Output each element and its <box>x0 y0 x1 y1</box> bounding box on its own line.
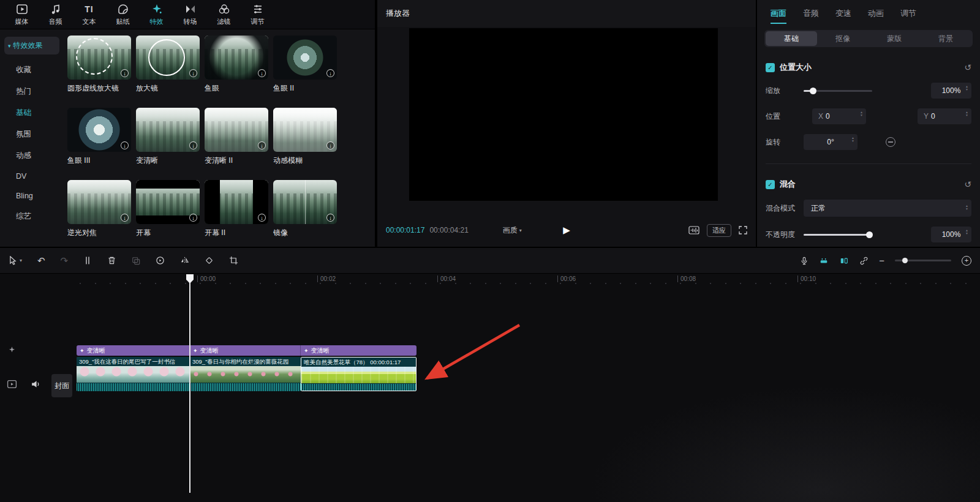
position-x-field[interactable]: X 0 ▲▼ <box>812 108 866 124</box>
video-clip[interactable]: 309_“春日与你相约在烂漫的蔷薇花园 <box>190 357 301 391</box>
auto-snap-icon[interactable] <box>839 257 849 265</box>
mirror-icon[interactable] <box>180 256 189 265</box>
effect-card[interactable]: ↓ 变清晰 II <box>205 108 268 180</box>
category-dv[interactable]: DV <box>0 167 64 186</box>
toolbar-media[interactable]: 媒体 <box>5 3 39 26</box>
effect-card[interactable]: ↓ 鱼眼 II <box>273 36 337 108</box>
effect-clip[interactable]: ✦ 变清晰 <box>190 345 301 356</box>
download-icon[interactable]: ↓ <box>326 214 334 222</box>
delete-icon[interactable] <box>107 256 116 265</box>
effect-card[interactable]: ↓ 变清晰 <box>136 108 200 180</box>
stepper-arrows[interactable]: ▲▼ <box>965 229 968 234</box>
position-size-checkbox[interactable]: ✓ <box>766 63 775 72</box>
reset-icon[interactable]: ↺ <box>964 179 971 189</box>
tab-animation[interactable]: 动画 <box>868 8 884 24</box>
effect-thumbnail[interactable]: ↓ <box>205 180 268 224</box>
zoom-in-icon[interactable]: + <box>962 256 971 266</box>
effect-clip[interactable]: ✦ 变清晰 <box>77 345 190 356</box>
tab-speed[interactable]: 变速 <box>835 8 851 24</box>
linkage-icon[interactable] <box>859 257 869 265</box>
category-hot[interactable]: 热门 <box>0 81 64 102</box>
main-track-magnet-icon[interactable] <box>819 257 829 265</box>
track-mute-icon[interactable] <box>31 379 41 389</box>
video-clip[interactable]: 309_“我在这春日的尾巴写了一封书信 <box>77 357 190 391</box>
subtab-keying[interactable]: 抠像 <box>817 31 869 46</box>
stepper-arrows[interactable]: ▲▼ <box>851 137 854 142</box>
quality-dropdown[interactable]: 画质 ▾ <box>503 225 522 236</box>
slider-knob[interactable] <box>866 231 873 238</box>
effect-card[interactable]: ↓ 动感模糊 <box>273 108 337 180</box>
effect-card[interactable]: ↓ 开幕 <box>136 180 200 247</box>
effect-thumbnail[interactable]: ↓ <box>136 180 200 224</box>
download-icon[interactable]: ↓ <box>189 141 197 149</box>
opacity-slider[interactable] <box>804 234 872 236</box>
download-icon[interactable]: ↓ <box>189 69 197 77</box>
effect-thumbnail[interactable]: ↓ <box>273 36 337 80</box>
category-favorites[interactable]: 收藏 <box>0 59 64 81</box>
effect-card[interactable]: ↓ 圆形虚线放大镜 <box>67 36 131 108</box>
category-bling[interactable]: Bling <box>0 186 64 206</box>
stepper-arrows[interactable]: ▲▼ <box>965 85 968 91</box>
stepper-arrows[interactable]: ▲▼ <box>860 111 863 116</box>
cover-button[interactable]: 封面 <box>51 374 72 397</box>
rotate-value-field[interactable]: 0° ▲▼ <box>804 134 858 150</box>
toolbar-adjust[interactable]: 调节 <box>241 3 274 26</box>
rotate-icon[interactable] <box>205 256 214 265</box>
zoom-out-icon[interactable]: − <box>879 255 884 266</box>
download-icon[interactable]: ↓ <box>121 214 129 222</box>
download-icon[interactable]: ↓ <box>326 69 334 77</box>
toolbar-audio[interactable]: 音频 <box>39 3 72 26</box>
play-button[interactable]: ▶ <box>563 225 570 236</box>
category-atmosphere[interactable]: 氛围 <box>0 124 64 145</box>
effect-thumbnail[interactable]: ↓ <box>205 36 268 80</box>
fit-button[interactable]: 适应 <box>707 224 731 237</box>
toolbar-text[interactable]: TI 文本 <box>72 3 106 26</box>
copy-icon[interactable] <box>132 257 140 265</box>
download-icon[interactable]: ↓ <box>121 141 129 149</box>
download-icon[interactable]: ↓ <box>326 141 334 149</box>
toolbar-filter[interactable]: 滤镜 <box>207 3 241 26</box>
blend-mode-select[interactable]: 正常 ▲▼ <box>804 200 971 217</box>
video-preview[interactable] <box>409 28 718 201</box>
timeline-zoom-slider[interactable] <box>895 260 951 261</box>
preview-quality-icon[interactable] <box>688 226 699 234</box>
effect-card[interactable]: ↓ 逆光对焦 <box>67 180 131 247</box>
download-icon[interactable]: ↓ <box>258 141 266 149</box>
rotation-dial[interactable] <box>886 137 895 147</box>
scale-slider[interactable] <box>804 90 872 92</box>
opacity-value-field[interactable]: 100% ▲▼ <box>931 227 971 242</box>
effect-card[interactable]: ↓ 鱼眼 <box>205 36 268 108</box>
toolbar-transition[interactable]: 转场 <box>173 3 207 26</box>
download-icon[interactable]: ↓ <box>258 69 266 77</box>
effect-thumbnail[interactable]: ↓ <box>136 108 200 152</box>
tab-adjust[interactable]: 调节 <box>900 8 916 24</box>
effect-card[interactable]: ↓ 放大镜 <box>136 36 200 108</box>
toolbar-effects[interactable]: 特效 <box>140 3 173 26</box>
slider-knob[interactable] <box>810 88 816 94</box>
reset-icon[interactable]: ↺ <box>964 62 971 72</box>
subtab-background[interactable]: 背景 <box>920 31 971 46</box>
position-y-field[interactable]: Y 0 ▲▼ <box>918 108 971 124</box>
category-basic[interactable]: 基础 <box>0 102 64 124</box>
fullscreen-icon[interactable] <box>739 226 747 234</box>
effect-category-header[interactable]: ▾ 特效效果 <box>4 37 59 54</box>
scale-value-field[interactable]: 100% ▲▼ <box>931 83 971 99</box>
effect-thumbnail[interactable]: ↓ <box>136 36 200 80</box>
playhead[interactable] <box>189 275 190 493</box>
download-icon[interactable]: ↓ <box>121 69 129 77</box>
stepper-arrows[interactable]: ▲▼ <box>965 111 968 116</box>
effect-thumbnail[interactable]: ↓ <box>273 180 337 224</box>
split-icon[interactable] <box>83 256 92 265</box>
undo-icon[interactable]: ↶ <box>37 255 45 266</box>
effect-thumbnail[interactable]: ↓ <box>67 108 131 152</box>
category-variety[interactable]: 综艺 <box>0 206 64 227</box>
subtab-mask[interactable]: 蒙版 <box>869 31 920 46</box>
crop-icon[interactable] <box>229 256 238 265</box>
blend-checkbox[interactable]: ✓ <box>766 180 775 189</box>
effect-thumbnail[interactable]: ↓ <box>205 108 268 152</box>
record-mic-icon[interactable] <box>800 256 809 266</box>
subtab-basic[interactable]: 基础 <box>766 31 817 46</box>
effect-thumbnail[interactable]: ↓ <box>67 36 131 80</box>
download-icon[interactable]: ↓ <box>189 214 197 222</box>
download-icon[interactable]: ↓ <box>258 214 266 222</box>
